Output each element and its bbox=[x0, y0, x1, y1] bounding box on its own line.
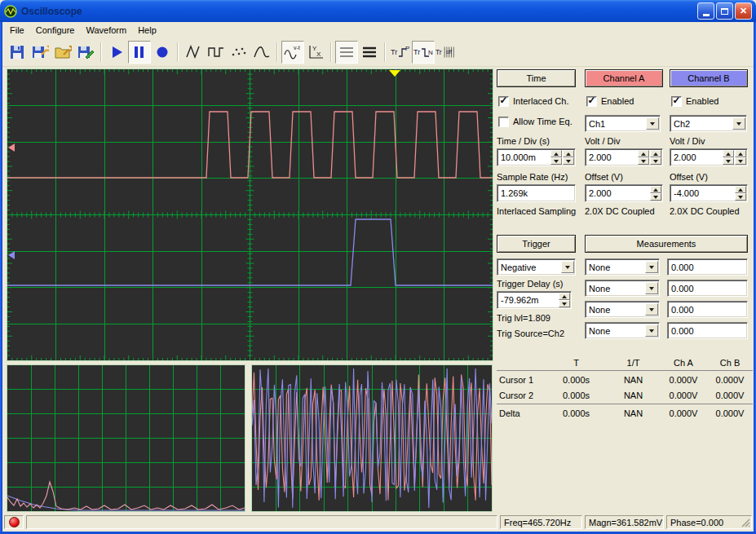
trigger-positive-button[interactable]: Tr P bbox=[389, 41, 412, 64]
save-button[interactable] bbox=[6, 41, 29, 64]
thick-lines-button[interactable] bbox=[358, 41, 381, 64]
spin-down[interactable] bbox=[650, 193, 661, 201]
line-style-button[interactable] bbox=[182, 41, 205, 64]
spin-down-coarse[interactable] bbox=[723, 157, 734, 165]
interlaced-checkbox-row[interactable]: Interlaced Ch. bbox=[498, 95, 568, 107]
chevron-down-icon[interactable] bbox=[646, 117, 659, 130]
close-button[interactable] bbox=[735, 2, 752, 20]
spin-down[interactable] bbox=[735, 193, 746, 201]
spin-down[interactable] bbox=[559, 300, 570, 307]
measurement-select-4[interactable]: None bbox=[585, 322, 660, 339]
trigger-delay-label: Trigger Delay (s) bbox=[497, 279, 564, 289]
spin-up[interactable] bbox=[559, 293, 570, 300]
main-scope-display[interactable] bbox=[7, 68, 493, 361]
time-panel-button[interactable]: Time bbox=[497, 69, 576, 87]
allow-time-eq-row[interactable]: Allow Time Eq. bbox=[498, 116, 573, 127]
export-button[interactable] bbox=[74, 41, 97, 64]
spin-down-fine[interactable] bbox=[735, 157, 746, 165]
offset-b-input[interactable]: -4.000 bbox=[670, 184, 748, 202]
svg-text:Tr: Tr bbox=[391, 48, 397, 56]
trigger-level-text: Trig lvl=1.809 bbox=[497, 313, 550, 323]
thin-lines-button[interactable] bbox=[335, 41, 358, 64]
trigger-off-button[interactable]: Tr off bbox=[435, 41, 458, 64]
minimize-button[interactable] bbox=[697, 2, 714, 20]
trigger-mode-select[interactable]: Negative bbox=[497, 258, 576, 276]
trigger-delay-input[interactable]: -79.962m bbox=[497, 291, 572, 309]
sample-rate-label: Sample Rate (Hz) bbox=[497, 172, 568, 182]
chevron-down-icon[interactable] bbox=[645, 324, 658, 337]
chevron-down-icon[interactable] bbox=[645, 303, 658, 316]
trigger-mode-value: Negative bbox=[498, 263, 561, 272]
dot-style-button[interactable] bbox=[228, 41, 250, 64]
time-div-input[interactable]: 10.000m bbox=[497, 148, 576, 166]
spin-up-coarse[interactable] bbox=[550, 150, 562, 157]
spin-up-fine[interactable] bbox=[650, 150, 661, 157]
trigger-panel-button[interactable]: Trigger bbox=[497, 235, 576, 253]
spectrum-display[interactable] bbox=[7, 364, 245, 512]
chevron-down-icon[interactable] bbox=[732, 117, 745, 130]
buffer-display[interactable] bbox=[251, 364, 493, 512]
spin-up[interactable] bbox=[650, 186, 661, 193]
xy-view-button[interactable]: Y X bbox=[304, 41, 327, 64]
maximize-icon bbox=[721, 8, 728, 15]
channel-a-enabled-row[interactable]: Enabled bbox=[586, 95, 634, 107]
menu-help[interactable]: Help bbox=[133, 24, 163, 37]
svg-text:Tr: Tr bbox=[435, 47, 442, 55]
channel-a-source-select[interactable]: Ch1 bbox=[585, 115, 661, 132]
channel-b-button[interactable]: Channel B bbox=[670, 69, 748, 87]
vt-view-button[interactable]: v-t bbox=[281, 41, 304, 64]
toolbar-separator bbox=[330, 42, 332, 62]
delta-ch-a: 0.000V bbox=[660, 408, 707, 418]
spin-up-fine[interactable] bbox=[563, 150, 574, 157]
measurement-select-2[interactable]: None bbox=[585, 280, 660, 297]
time-div-value: 10.000m bbox=[498, 152, 550, 162]
folder-wrench-icon bbox=[54, 43, 72, 61]
record-button[interactable] bbox=[151, 41, 174, 64]
spin-down-fine[interactable] bbox=[650, 157, 661, 165]
volt-div-a-value: 2.000 bbox=[586, 152, 637, 162]
chevron-down-icon[interactable] bbox=[645, 261, 658, 273]
buffer-canvas bbox=[252, 365, 492, 511]
volt-div-b-input[interactable]: 2.000 bbox=[670, 148, 748, 166]
chevron-down-icon[interactable] bbox=[645, 282, 658, 294]
chevron-down-icon[interactable] bbox=[561, 261, 574, 273]
spin-up-fine[interactable] bbox=[735, 150, 746, 157]
channel-b-source-select[interactable]: Ch2 bbox=[670, 115, 747, 132]
trigger-off-icon: Tr off bbox=[435, 43, 457, 61]
allow-time-eq-checkbox[interactable] bbox=[498, 117, 509, 127]
pause-button[interactable] bbox=[128, 41, 151, 64]
spin-down-coarse[interactable] bbox=[638, 157, 649, 165]
spin-up-coarse[interactable] bbox=[723, 150, 734, 157]
save-config-button[interactable] bbox=[29, 41, 51, 64]
menu-waveform[interactable]: Waveform bbox=[81, 24, 133, 37]
smooth-style-button[interactable] bbox=[250, 41, 273, 64]
channel-a-button[interactable]: Channel A bbox=[585, 69, 663, 87]
cursor2-inv-t: NAN bbox=[607, 391, 660, 400]
maximize-button[interactable] bbox=[716, 2, 733, 20]
title-bar[interactable]: Oscilloscope bbox=[0, 0, 756, 22]
measurement-select-3[interactable]: None bbox=[585, 301, 660, 318]
spin-up-coarse[interactable] bbox=[638, 150, 649, 157]
play-button[interactable] bbox=[105, 41, 128, 64]
spin-down-fine[interactable] bbox=[563, 157, 574, 165]
spin-down-coarse[interactable] bbox=[550, 157, 562, 165]
trigger-positive-icon: Tr P bbox=[390, 43, 411, 61]
spin-up[interactable] bbox=[735, 186, 746, 193]
volt-div-a-input[interactable]: 2.000 bbox=[585, 148, 663, 166]
channel-b-enabled-checkbox[interactable] bbox=[671, 96, 682, 107]
trigger-negative-button[interactable]: Tr N bbox=[412, 41, 435, 64]
curve-icon bbox=[253, 43, 271, 61]
channel-a-enabled-checkbox[interactable] bbox=[586, 96, 597, 107]
measurement-select-1[interactable]: None bbox=[585, 258, 660, 276]
menu-file[interactable]: File bbox=[5, 24, 31, 37]
col-t: T bbox=[546, 358, 607, 368]
trigger-negative-icon: Tr N bbox=[413, 43, 434, 61]
step-style-button[interactable] bbox=[205, 41, 228, 64]
channel-b-enabled-row[interactable]: Enabled bbox=[671, 95, 718, 107]
interlaced-checkbox[interactable] bbox=[498, 96, 509, 107]
measurements-panel-button[interactable]: Measurements bbox=[585, 235, 748, 253]
resize-grip-icon[interactable] bbox=[741, 518, 751, 528]
open-config-button[interactable] bbox=[51, 41, 74, 64]
offset-a-input[interactable]: 2.000 bbox=[585, 184, 663, 202]
menu-configure[interactable]: Configure bbox=[31, 24, 82, 37]
